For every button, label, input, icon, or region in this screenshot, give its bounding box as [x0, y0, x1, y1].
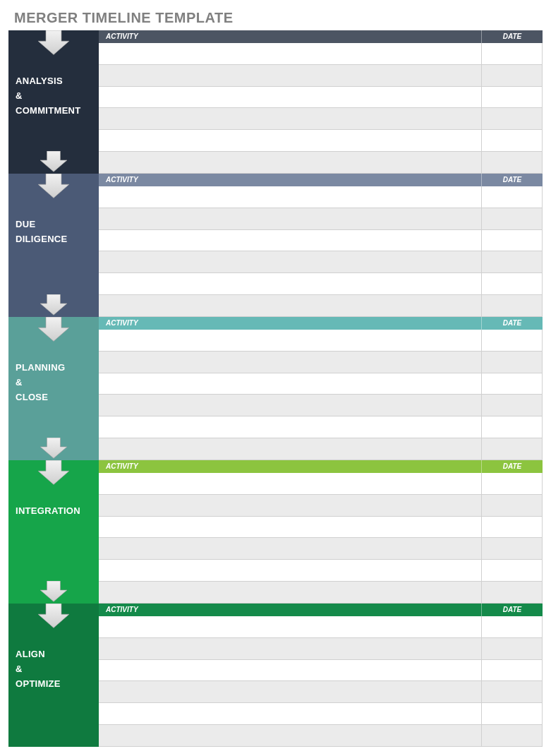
date-cell[interactable]: [482, 495, 543, 516]
activity-cell[interactable]: [99, 582, 482, 603]
arrow-down-icon: [38, 30, 69, 59]
date-cell[interactable]: [482, 560, 543, 581]
phase-title: INTEGRATION: [16, 504, 80, 519]
date-cell[interactable]: [482, 87, 543, 108]
phase-label: ALIGN & OPTIMIZE: [8, 604, 99, 747]
activity-cell[interactable]: [99, 725, 482, 746]
activity-cell[interactable]: [99, 560, 482, 581]
activity-cell[interactable]: [99, 108, 482, 129]
table-row: [99, 208, 543, 230]
date-cell[interactable]: [482, 438, 543, 460]
date-cell[interactable]: [482, 295, 543, 316]
phase-arrow-top: [38, 30, 69, 59]
table-row: [99, 330, 543, 352]
phase-arrow-bottom: [40, 438, 67, 460]
activity-cell[interactable]: [99, 538, 482, 559]
col-header-activity: ACTIVITY: [99, 460, 482, 473]
phase-arrow-top: [38, 460, 69, 488]
activity-cell[interactable]: [99, 65, 482, 86]
date-cell[interactable]: [482, 108, 543, 129]
date-cell[interactable]: [482, 65, 543, 86]
phase-arrow-top: [38, 317, 69, 345]
table-header-row: ACTIVITYDATE: [99, 30, 543, 43]
date-cell[interactable]: [482, 725, 543, 746]
date-cell[interactable]: [482, 473, 543, 494]
table-header-row: ACTIVITYDATE: [99, 604, 543, 616]
table-row: [99, 87, 543, 109]
table-row: [99, 65, 543, 87]
page-title: MERGER TIMELINE TEMPLATE: [14, 10, 543, 26]
activity-cell[interactable]: [99, 373, 482, 395]
activity-cell[interactable]: [99, 638, 482, 659]
date-cell[interactable]: [482, 582, 543, 603]
table-row: [99, 660, 543, 682]
phase-table: ACTIVITYDATE: [99, 317, 543, 460]
activity-cell[interactable]: [99, 152, 482, 173]
col-header-date: DATE: [482, 460, 543, 473]
activity-cell[interactable]: [99, 230, 482, 251]
date-cell[interactable]: [482, 703, 543, 724]
table-row: [99, 416, 543, 438]
date-cell[interactable]: [482, 660, 543, 681]
date-cell[interactable]: [482, 230, 543, 251]
date-cell[interactable]: [482, 395, 543, 416]
date-cell[interactable]: [482, 330, 543, 351]
table-row: [99, 616, 543, 638]
table-row: [99, 152, 543, 174]
phase-title: ANALYSIS & COMMITMENT: [16, 74, 81, 118]
arrow-down-icon: [38, 604, 69, 632]
col-header-date: DATE: [482, 317, 543, 330]
table-header-row: ACTIVITYDATE: [99, 174, 543, 186]
phase-row: ALIGN & OPTIMIZEACTIVITYDATE: [8, 604, 543, 747]
activity-cell[interactable]: [99, 517, 482, 538]
date-cell[interactable]: [482, 251, 543, 272]
phase-title: PLANNING & CLOSE: [16, 361, 65, 404]
phase-arrow-top: [38, 604, 69, 632]
date-cell[interactable]: [482, 186, 543, 208]
date-cell[interactable]: [482, 517, 543, 538]
activity-cell[interactable]: [99, 495, 482, 516]
date-cell[interactable]: [482, 681, 543, 702]
activity-cell[interactable]: [99, 395, 482, 416]
date-cell[interactable]: [482, 616, 543, 637]
col-header-activity: ACTIVITY: [99, 604, 482, 616]
activity-cell[interactable]: [99, 616, 482, 637]
activity-cell[interactable]: [99, 660, 482, 681]
activity-cell[interactable]: [99, 186, 482, 208]
activity-cell[interactable]: [99, 43, 482, 64]
activity-cell[interactable]: [99, 703, 482, 724]
table-row: [99, 43, 543, 65]
activity-cell[interactable]: [99, 87, 482, 108]
phase-arrow-bottom: [40, 581, 67, 604]
date-cell[interactable]: [482, 352, 543, 373]
activity-cell[interactable]: [99, 251, 482, 272]
date-cell[interactable]: [482, 538, 543, 559]
date-cell[interactable]: [482, 43, 543, 64]
activity-cell[interactable]: [99, 352, 482, 373]
arrow-down-icon: [40, 581, 67, 604]
phase-arrow-bottom: [40, 294, 67, 317]
date-cell[interactable]: [482, 208, 543, 229]
activity-cell[interactable]: [99, 473, 482, 494]
table-row: [99, 130, 543, 152]
activity-cell[interactable]: [99, 130, 482, 151]
activity-cell[interactable]: [99, 438, 482, 460]
phase-label: DUE DILIGENCE: [8, 174, 99, 317]
table-row: [99, 495, 543, 517]
date-cell[interactable]: [482, 152, 543, 173]
activity-cell[interactable]: [99, 273, 482, 294]
activity-cell[interactable]: [99, 681, 482, 702]
phase-title: DUE DILIGENCE: [16, 217, 67, 247]
date-cell[interactable]: [482, 130, 543, 151]
activity-cell[interactable]: [99, 330, 482, 351]
table-row: [99, 295, 543, 317]
table-row: [99, 725, 543, 747]
activity-cell[interactable]: [99, 416, 482, 438]
date-cell[interactable]: [482, 638, 543, 659]
date-cell[interactable]: [482, 416, 543, 438]
activity-cell[interactable]: [99, 295, 482, 316]
date-cell[interactable]: [482, 373, 543, 395]
table-row: [99, 438, 543, 460]
date-cell[interactable]: [482, 273, 543, 294]
activity-cell[interactable]: [99, 208, 482, 229]
